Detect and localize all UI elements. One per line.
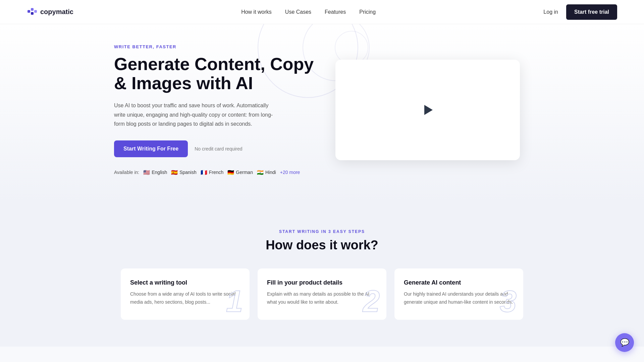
step-card-3: Generate AI content Our highly trained A…	[394, 268, 523, 320]
lang-german-label: German	[236, 170, 253, 175]
login-link[interactable]: Log in	[543, 9, 558, 15]
how-it-works-section: START WRITING IN 3 EASY STEPS How does i…	[0, 202, 644, 347]
steps-grid: Select a writing tool Choose from a wide…	[121, 268, 523, 320]
video-card[interactable]	[335, 60, 520, 160]
step-3-desc: Our highly trained AI understands your d…	[404, 290, 514, 306]
logo-text: copymatic	[40, 8, 73, 16]
hero-left: WRITE BETTER, FASTER Generate Content, C…	[114, 44, 315, 176]
step-1-number: 1	[226, 286, 243, 316]
flag-german: 🇩🇪	[227, 169, 234, 176]
nav-link-how-it-works[interactable]: How it works	[241, 9, 272, 15]
step-card-1: Select a writing tool Choose from a wide…	[121, 268, 250, 320]
nav-link-features[interactable]: Features	[325, 9, 346, 15]
nav-right: Log in Start free trial	[543, 4, 617, 20]
available-in-label: Available in:	[114, 170, 139, 175]
more-languages[interactable]: +20 more	[280, 170, 300, 175]
logo-icon	[27, 7, 38, 17]
navbar: copymatic How it works Use Cases Feature…	[0, 0, 644, 24]
svg-rect-3	[34, 10, 37, 13]
available-in: Available in: 🇺🇸 English 🇪🇸 Spanish 🇫🇷 F…	[114, 169, 315, 176]
step-3-title: Generate AI content	[404, 279, 514, 286]
hero-cta-row: Start Writing For Free No credit card re…	[114, 140, 315, 157]
step-1-title: Select a writing tool	[130, 279, 240, 286]
chat-icon: 💬	[620, 338, 629, 347]
flag-spanish: 🇪🇸	[171, 169, 178, 176]
nav-links: How it works Use Cases Features Pricing	[241, 9, 376, 15]
lang-hindi: 🇮🇳 Hindi	[257, 169, 276, 176]
hero-description: Use AI to boost your traffic and save ho…	[114, 101, 275, 128]
hero-container: WRITE BETTER, FASTER Generate Content, C…	[0, 24, 644, 202]
step-2-desc: Explain with as many details as possible…	[267, 290, 377, 306]
lang-english-label: English	[152, 170, 167, 175]
no-credit-text: No credit card required	[195, 146, 242, 152]
svg-rect-1	[31, 8, 34, 11]
step-2-number: 2	[363, 286, 380, 316]
start-writing-button[interactable]: Start Writing For Free	[114, 140, 188, 157]
nav-item-features[interactable]: Features	[325, 9, 346, 15]
nav-item-pricing[interactable]: Pricing	[359, 9, 376, 15]
flag-french: 🇫🇷	[201, 169, 207, 176]
nav-link-pricing[interactable]: Pricing	[359, 9, 376, 15]
svg-rect-2	[31, 12, 34, 15]
hero-right	[335, 60, 520, 160]
step-3-number: 3	[500, 286, 517, 316]
lang-french-label: French	[209, 170, 224, 175]
hero-section: WRITE BETTER, FASTER Generate Content, C…	[87, 24, 557, 202]
how-it-works-tag: START WRITING IN 3 EASY STEPS	[27, 229, 617, 234]
nav-item-how-it-works[interactable]: How it works	[241, 9, 272, 15]
nav-item-use-cases[interactable]: Use Cases	[285, 9, 311, 15]
hero-title: Generate Content, Copy & Images with AI	[114, 55, 315, 93]
lang-spanish: 🇪🇸 Spanish	[171, 169, 197, 176]
step-2-title: Fill in your product details	[267, 279, 377, 286]
lang-hindi-label: Hindi	[265, 170, 276, 175]
how-it-works-title: How does it work?	[27, 238, 617, 252]
play-triangle-icon	[424, 105, 433, 115]
step-card-2: Fill in your product details Explain wit…	[258, 268, 386, 320]
logo[interactable]: copymatic	[27, 7, 73, 17]
lang-english: 🇺🇸 English	[143, 169, 167, 176]
svg-rect-0	[28, 10, 30, 13]
flag-hindi: 🇮🇳	[257, 169, 264, 176]
start-trial-button[interactable]: Start free trial	[566, 4, 617, 20]
hero-tag: WRITE BETTER, FASTER	[114, 44, 315, 49]
flag-english: 🇺🇸	[143, 169, 150, 176]
step-1-desc: Choose from a wide array of AI tools to …	[130, 290, 240, 306]
lang-french: 🇫🇷 French	[201, 169, 224, 176]
lang-german: 🇩🇪 German	[227, 169, 253, 176]
play-button[interactable]	[419, 102, 436, 118]
nav-link-use-cases[interactable]: Use Cases	[285, 9, 311, 15]
lang-spanish-label: Spanish	[179, 170, 197, 175]
